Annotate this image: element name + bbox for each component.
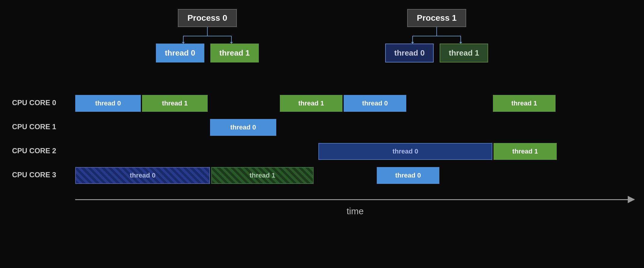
time-arrow-shaft — [75, 199, 628, 200]
process-1-connector — [389, 27, 485, 44]
cpu-core-0-label: CPU CORE 0 — [12, 99, 72, 107]
processes-row: Process 0 thread 0 thread 1 — [0, 0, 644, 62]
cpu-core-2-label: CPU CORE 2 — [12, 147, 72, 155]
core3-block-2: thread 0 — [377, 167, 439, 184]
core3-block-0: thread 0 — [75, 167, 210, 184]
cpu-core-1-row: CPU CORE 1 thread 0 — [6, 117, 644, 139]
time-axis: time — [75, 196, 635, 216]
cpu-core-0-row: CPU CORE 0 thread 0 thread 1 thread 1 th… — [6, 93, 644, 115]
p0-thread-0: thread 0 — [156, 44, 204, 62]
core0-block-1: thread 1 — [142, 95, 208, 112]
core1-block-0: thread 0 — [210, 119, 276, 136]
core0-block-4: thread 1 — [493, 95, 556, 112]
cpu-core-3-label: CPU CORE 3 — [12, 171, 72, 179]
p1-thread-1: thread 1 — [440, 44, 488, 62]
cpu-core-3-row: CPU CORE 3 thread 0 thread 1 thread 0 — [6, 165, 644, 187]
process-0-threads: thread 0 thread 1 — [156, 44, 259, 62]
process-1-label: Process 1 — [407, 9, 466, 27]
p1-thread-0: thread 0 — [385, 44, 434, 62]
cpu-timeline: CPU CORE 0 thread 0 thread 1 thread 1 th… — [0, 87, 644, 216]
process-1-box: Process 1 thread 0 thread 1 — [385, 9, 488, 62]
cpu-core-2-row: CPU CORE 2 thread 0 thread 1 — [6, 141, 644, 163]
core3-block-1: thread 1 — [211, 167, 314, 184]
process-0-connector — [159, 27, 255, 44]
core0-block-2: thread 1 — [280, 95, 342, 112]
time-arrow-head — [628, 196, 635, 203]
process-diagram: Process 0 thread 0 thread 1 — [0, 0, 644, 84]
core0-block-0: thread 0 — [75, 95, 141, 112]
p0-thread-1: thread 1 — [210, 44, 259, 62]
time-arrow — [75, 196, 635, 203]
process-1-threads: thread 0 thread 1 — [385, 44, 488, 62]
process-0-label: Process 0 — [178, 9, 237, 27]
process-0-box: Process 0 thread 0 thread 1 — [156, 9, 259, 62]
core0-block-3: thread 0 — [344, 95, 406, 112]
core2-block-1: thread 1 — [494, 143, 557, 160]
time-label: time — [75, 206, 635, 216]
core2-block-0: thread 0 — [318, 143, 492, 160]
cpu-core-1-label: CPU CORE 1 — [12, 123, 72, 131]
